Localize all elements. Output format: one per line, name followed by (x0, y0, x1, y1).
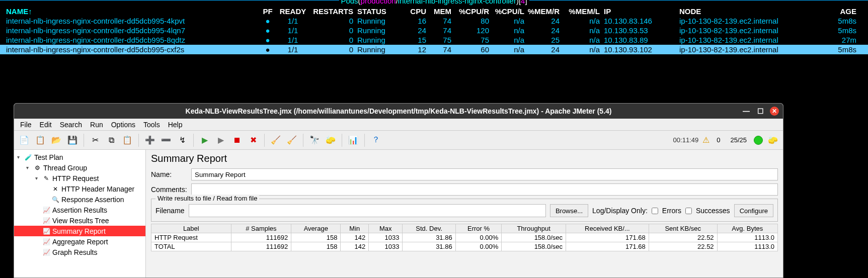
save-icon[interactable]: 💾 (66, 134, 78, 146)
col-header[interactable]: Avg. Bytes (717, 224, 777, 233)
successes-label: Successes (696, 207, 730, 215)
menu-run[interactable]: Run (87, 120, 106, 129)
warn-count: 0 (717, 136, 720, 144)
col-header[interactable]: Max (369, 224, 403, 233)
elapsed-time: 00:11:49 (673, 136, 699, 144)
logdisplay-label: Log/Display Only: (592, 207, 648, 215)
clear-all-icon[interactable]: 🧹 (286, 134, 298, 146)
help-icon[interactable]: ？ (370, 134, 382, 146)
col-header[interactable]: Sent KB/sec (649, 224, 717, 233)
col-header[interactable]: Std. Dev. (403, 224, 455, 233)
window-title: Keda-NLB-ViewResultsTree.jmx (/home/will… (186, 107, 612, 115)
tree-node[interactable]: ▾⚙Thread Group (14, 162, 145, 173)
shutdown-icon[interactable]: ✖ (247, 134, 259, 146)
copy-icon[interactable]: ⧉ (105, 134, 117, 146)
col-header[interactable]: Received KB/... (566, 224, 649, 233)
tree-node[interactable]: 📈Summary Report (14, 226, 145, 236)
table-row[interactable]: HTTP Request111692158142103331.860.00%15… (151, 233, 778, 242)
tree-node[interactable]: ▾🧪Test Plan (14, 152, 145, 162)
name-input[interactable] (191, 168, 778, 180)
filename-label: Filename (155, 207, 185, 215)
jmeter-menubar: FileEditSearchRunOptionsToolsHelp (14, 119, 783, 131)
start-noTimers-icon[interactable]: ▶ (215, 134, 227, 146)
thread-count: 25/25 (730, 136, 747, 144)
k9s-title: Pods(production/internal-nlb-ingress-ngi… (0, 0, 868, 7)
file-fieldset: Write results to file / Read from file F… (151, 199, 778, 222)
tree-node[interactable]: 🔍Response Assertion (14, 194, 145, 205)
new-icon[interactable]: 📄 (18, 134, 30, 146)
function-helper-icon[interactable]: 📊 (347, 134, 359, 146)
errors-checkbox[interactable] (652, 208, 658, 214)
minimize-icon[interactable]: — (742, 107, 751, 116)
fieldset-legend: Write results to file / Read from file (155, 195, 259, 202)
tree-node[interactable]: 📈View Results Tree (14, 215, 145, 226)
test-plan-tree[interactable]: ▾🧪Test Plan▾⚙Thread Group▾✎HTTP Request✕… (14, 150, 146, 278)
gc-icon[interactable]: 🧽 (767, 134, 779, 146)
k9s-pane: Pods(production/internal-nlb-ingress-ngi… (0, 0, 868, 54)
col-header[interactable]: # Samples (231, 224, 291, 233)
tree-node[interactable]: 📈Assertion Results (14, 205, 145, 215)
menu-help[interactable]: Help (165, 120, 186, 129)
pod-row[interactable]: internal-nlb-ingress-nginx-controller-dd… (0, 16, 868, 26)
cut-icon[interactable]: ✂ (89, 134, 101, 146)
run-led-icon (754, 136, 763, 145)
menu-file[interactable]: File (17, 120, 35, 129)
browse-button[interactable]: Browse... (550, 204, 588, 217)
menu-tools[interactable]: Tools (140, 120, 163, 129)
jmeter-window: Keda-NLB-ViewResultsTree.jmx (/home/will… (14, 103, 783, 278)
templates-icon[interactable]: 📋 (34, 134, 46, 146)
tree-node[interactable]: ▾✎HTTP Request (14, 173, 145, 183)
name-label: Name: (151, 170, 191, 178)
add-icon[interactable]: ➕ (144, 134, 156, 146)
tree-node[interactable]: 📈Aggregate Report (14, 236, 145, 247)
tree-node[interactable]: 📈Graph Results (14, 247, 145, 257)
summary-panel: Summary Report Name: Comments: Write res… (146, 150, 783, 278)
stop-icon[interactable]: ⏹ (231, 134, 243, 146)
maximize-icon[interactable]: ☐ (756, 107, 765, 116)
successes-checkbox[interactable] (685, 208, 692, 214)
pod-row[interactable]: internal-nlb-ingress-nginx-controller-dd… (0, 45, 868, 54)
panel-heading: Summary Report (151, 153, 778, 164)
col-header[interactable]: Label (151, 224, 231, 233)
jmeter-titlebar[interactable]: Keda-NLB-ViewResultsTree.jmx (/home/will… (14, 104, 783, 119)
paste-icon[interactable]: 📋 (121, 134, 133, 146)
summary-table[interactable]: Label# SamplesAverageMinMaxStd. Dev.Erro… (151, 224, 778, 251)
table-row[interactable]: TOTAL111692158142103331.860.00%158.0/sec… (151, 242, 778, 251)
close-icon[interactable]: ✕ (770, 107, 779, 116)
errors-label: Errors (662, 207, 681, 215)
search-icon[interactable]: 🔭 (308, 134, 321, 146)
jmeter-toolbar: 📄 📋 📂 💾 ✂ ⧉ 📋 ➕ ➖ ↯ ▶ ▶ ⏹ ✖ 🧹 🧹 🔭 🧽 📊 ？ … (14, 131, 783, 150)
menu-edit[interactable]: Edit (37, 120, 55, 129)
comments-input[interactable] (191, 183, 778, 196)
remove-icon[interactable]: ➖ (160, 134, 172, 146)
warning-icon[interactable]: ⚠ (702, 135, 709, 145)
start-icon[interactable]: ▶ (199, 134, 211, 146)
col-header[interactable]: Min (341, 224, 369, 233)
tree-node[interactable]: ✕HTTP Header Manager (14, 183, 145, 194)
configure-button[interactable]: Configure (734, 204, 773, 217)
reset-search-icon[interactable]: 🧽 (325, 134, 337, 146)
col-header[interactable]: Error % (455, 224, 502, 233)
menu-search[interactable]: Search (57, 120, 85, 129)
k9s-header-row: NAME↑ PF READY RESTARTS STATUS CPU MEM %… (0, 7, 868, 16)
filename-input[interactable] (189, 204, 546, 217)
pod-row[interactable]: internal-nlb-ingress-nginx-controller-dd… (0, 35, 868, 45)
comments-label: Comments: (151, 186, 191, 194)
toggle-icon[interactable]: ↯ (176, 134, 188, 146)
clear-icon[interactable]: 🧹 (270, 134, 282, 146)
pod-row[interactable]: internal-nlb-ingress-nginx-controller-dd… (0, 26, 868, 35)
menu-options[interactable]: Options (108, 120, 138, 129)
col-header[interactable]: Throughput (502, 224, 566, 233)
open-icon[interactable]: 📂 (50, 134, 62, 146)
col-header[interactable]: Average (291, 224, 341, 233)
